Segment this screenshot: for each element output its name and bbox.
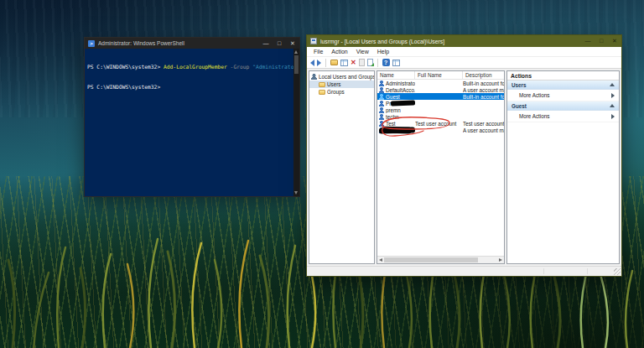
delete-icon[interactable]: ✕ — [351, 59, 356, 66]
users-list-pane: Name Full Name Description Administrator… — [377, 70, 505, 264]
table-row-administrator[interactable]: Administrator Built-in account for ad — [377, 80, 504, 86]
more-actions-guest[interactable]: More Actions — [507, 111, 619, 122]
menu-help[interactable]: Help — [373, 49, 393, 55]
maximize-button[interactable]: □ — [595, 35, 608, 47]
scroll-right-icon[interactable] — [499, 258, 502, 262]
tree-item-users[interactable]: Users — [309, 81, 374, 88]
user-name: Administrator — [386, 81, 415, 86]
submenu-arrow-icon — [611, 93, 615, 98]
minimize-button[interactable]: — — [259, 38, 273, 49]
user-name: techn — [386, 114, 398, 120]
actions-section-guest[interactable]: Guest — [507, 101, 619, 111]
help-icon[interactable]: ? — [382, 59, 390, 66]
tree-item-groups[interactable]: Groups — [309, 88, 374, 96]
collapse-icon[interactable] — [610, 104, 615, 107]
scroll-up-icon[interactable] — [294, 50, 298, 54]
black-redaction-scribble — [379, 127, 415, 133]
column-description[interactable]: Description — [463, 71, 504, 79]
column-name[interactable]: Name — [377, 71, 415, 79]
user-name: Guest — [386, 94, 400, 100]
actions-section-users[interactable]: Users — [507, 81, 619, 90]
actions-pane: Actions Users More Actions Guest More Ac… — [506, 70, 620, 264]
section-header-label: Users — [512, 82, 527, 88]
list-header: Name Full Name Description — [377, 71, 504, 80]
powershell-titlebar[interactable]: > Administrator: Windows PowerShell — □ … — [85, 38, 299, 49]
menu-view[interactable]: View — [352, 49, 373, 55]
user-icon — [379, 101, 384, 106]
menu-file[interactable]: File — [309, 49, 327, 55]
console-scrollbar[interactable] — [293, 49, 299, 196]
resize-grip[interactable] — [614, 268, 621, 275]
folder-icon — [319, 82, 325, 87]
user-icon — [379, 81, 384, 86]
close-button[interactable]: ✕ — [286, 38, 299, 49]
lusrmgr-window-title: lusrmgr - [Local Users and Groups (Local… — [320, 39, 444, 44]
folder-icon — [319, 90, 325, 95]
status-separator — [587, 268, 588, 274]
close-button[interactable]: ✕ — [608, 35, 621, 47]
console-line: PS C:\WINDOWS\system32> Add-LocalGroupMe… — [87, 64, 297, 70]
status-separator — [543, 268, 544, 274]
horizontal-scrollbar[interactable] — [377, 256, 504, 263]
lusrmgr-titlebar[interactable]: lusrmgr - [Local Users and Groups (Local… — [307, 35, 621, 47]
maximize-button[interactable]: □ — [273, 38, 286, 49]
user-description: Built-in account for gu — [463, 94, 504, 100]
table-row-guest-selected[interactable]: Guest Built-in account for gu — [377, 93, 504, 100]
user-icon — [379, 107, 384, 113]
toolbar-separator — [377, 59, 378, 67]
powershell-window-title: Administrator: Windows PowerShell — [98, 40, 184, 46]
user-full-name: Test user account — [415, 121, 463, 127]
console-prompt-line: PS C:\WINDOWS\system32> — [87, 84, 297, 91]
console-tree-pane: Local Users and Groups (Local) Users Gro… — [309, 70, 375, 264]
table-row-techn[interactable]: techn — [377, 113, 504, 120]
scroll-left-icon[interactable] — [379, 258, 382, 262]
toolbar: ✕ ? — [307, 57, 621, 69]
tree-root-label: Local Users and Groups (Local) — [319, 74, 374, 80]
powershell-icon: > — [88, 40, 95, 47]
more-actions-label: More Actions — [519, 92, 549, 98]
lusrmgr-icon — [310, 38, 317, 44]
table-row-premn[interactable]: premn — [377, 106, 504, 113]
collapse-icon[interactable] — [610, 83, 615, 86]
minimize-button[interactable]: — — [581, 35, 595, 47]
user-icon — [379, 87, 384, 93]
lusrmgr-window: lusrmgr - [Local Users and Groups (Local… — [306, 34, 622, 277]
user-description: A user account manag — [463, 87, 504, 93]
properties-icon — [359, 59, 365, 66]
user-description: Test user account — [463, 121, 504, 127]
menu-action[interactable]: Action — [327, 49, 351, 55]
more-actions-label: More Actions — [519, 113, 549, 119]
actions-pane-title: Actions — [507, 71, 619, 81]
user-description: A user account manag — [463, 127, 504, 133]
submenu-arrow-icon — [611, 114, 615, 119]
back-icon[interactable] — [310, 60, 314, 66]
console-content: Local Users and Groups (Local) Users Gro… — [307, 69, 621, 266]
toolbar-separator — [325, 59, 326, 67]
table-row-test[interactable]: Test Test user account Test user account — [377, 120, 504, 127]
forward-icon[interactable] — [317, 60, 321, 66]
user-icon — [379, 114, 384, 120]
user-name: Test — [386, 121, 396, 127]
show-console-tree-icon[interactable] — [340, 60, 348, 66]
user-name: DefaultAcco... — [386, 87, 415, 93]
user-icon — [379, 121, 384, 127]
more-actions-users[interactable]: More Actions — [507, 90, 619, 101]
console-root-icon — [311, 74, 317, 80]
scrollbar-thumb[interactable] — [294, 55, 299, 74]
table-row-defaultaccount[interactable]: DefaultAcco... A user account manag — [377, 86, 504, 93]
black-redaction-mark — [391, 100, 415, 106]
menu-bar: File Action View Help — [307, 47, 621, 57]
up-one-level-icon[interactable] — [330, 60, 338, 65]
column-full-name[interactable]: Full Name — [415, 71, 463, 79]
powershell-window: > Administrator: Windows PowerShell — □ … — [84, 37, 300, 197]
scrollbar-thumb[interactable] — [384, 257, 478, 262]
section-header-label: Guest — [512, 103, 527, 109]
user-description: Built-in account for ad — [463, 81, 504, 86]
tree-root-local-users-groups[interactable]: Local Users and Groups (Local) — [309, 73, 374, 81]
list-rows: Administrator Built-in account for ad De… — [377, 80, 504, 256]
scroll-down-icon[interactable] — [294, 191, 298, 195]
show-action-pane-icon[interactable] — [392, 60, 400, 66]
export-list-icon[interactable] — [367, 59, 373, 66]
status-bar — [307, 266, 621, 276]
console-output[interactable]: PS C:\WINDOWS\system32> Add-LocalGroupMe… — [85, 49, 299, 196]
